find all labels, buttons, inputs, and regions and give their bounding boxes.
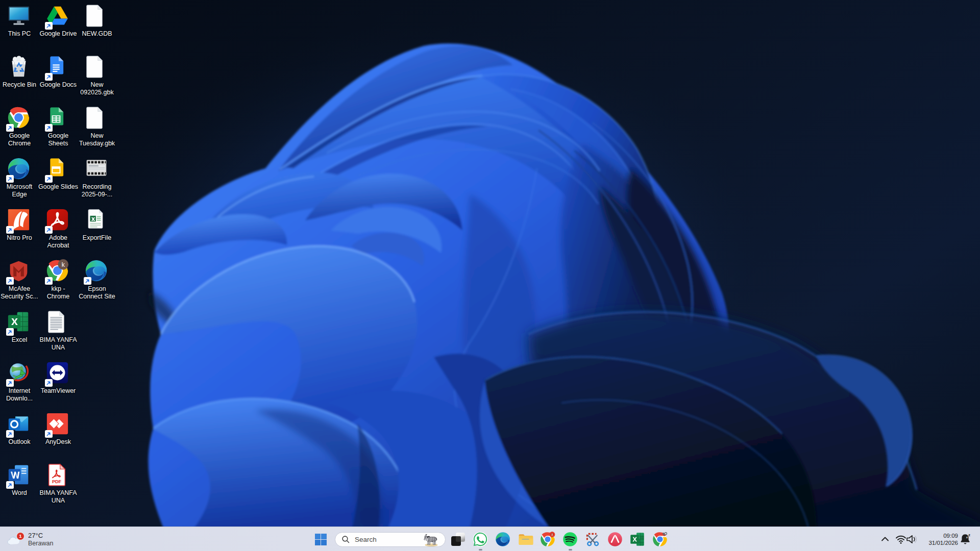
svg-text:1: 1: [19, 533, 22, 539]
svg-text:PDF: PDF: [52, 479, 62, 484]
svg-text:k: k: [62, 261, 65, 268]
svg-text:z: z: [968, 533, 970, 537]
svg-text:z: z: [966, 536, 968, 539]
